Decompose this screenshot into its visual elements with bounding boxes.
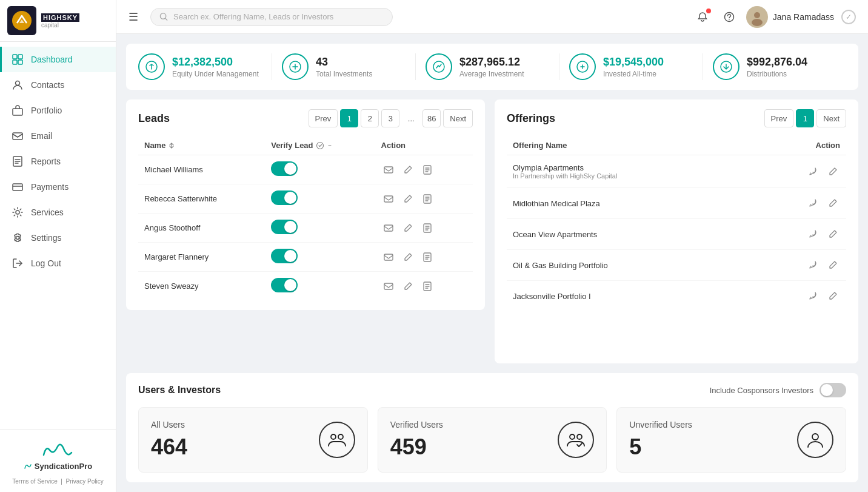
svg-point-21: [754, 12, 760, 18]
lead-document-icon[interactable]: [420, 250, 435, 265]
sidebar-item-logout[interactable]: Log Out: [0, 251, 116, 276]
lead-name: Margaret Flannery: [138, 243, 265, 272]
user-profile[interactable]: Jana Ramadass: [746, 6, 834, 28]
offering-edit-icon[interactable]: [826, 164, 840, 179]
terms-link[interactable]: Terms of Service: [12, 478, 57, 485]
offering-broadcast-icon[interactable]: [806, 289, 821, 303]
menu-icon[interactable]: ☰: [129, 10, 138, 24]
lead-email-icon[interactable]: [381, 221, 396, 235]
lead-edit-icon[interactable]: [401, 221, 415, 235]
services-icon: [12, 206, 24, 218]
leads-next-button[interactable]: Next: [443, 109, 473, 127]
invested-value: $19,545,000: [603, 56, 664, 69]
search-input[interactable]: [173, 12, 384, 21]
leads-card: Leads Prev 1 2 3 ... 86 Next: [126, 99, 485, 310]
lead-edit-icon[interactable]: [401, 279, 415, 294]
reports-icon: [12, 155, 24, 167]
lead-email-icon[interactable]: [381, 192, 396, 206]
lead-document-icon[interactable]: [420, 279, 435, 294]
notifications-button[interactable]: [693, 7, 712, 27]
verify-toggle-3[interactable]: [271, 249, 298, 263]
offering-name-cell: Midlothian Medical Plaza: [507, 188, 750, 219]
leads-page-1-button[interactable]: 1: [340, 109, 358, 127]
main-nav: Dashboard Contacts Portfolio Email: [0, 42, 116, 430]
sidebar-item-reports[interactable]: Reports: [0, 149, 116, 174]
offering-row: Jacksonville Portfolio I: [507, 281, 846, 312]
offerings-prev-button[interactable]: Prev: [764, 109, 794, 127]
lead-toggle[interactable]: [265, 214, 375, 243]
offering-edit-icon[interactable]: [826, 227, 840, 241]
all-users-value: 464: [151, 434, 187, 460]
cosponsors-label: Include Cosponsors Investors: [710, 386, 813, 395]
sidebar-item-dashboard[interactable]: Dashboard: [0, 47, 116, 72]
lead-toggle[interactable]: [265, 155, 375, 184]
leads-row: Rebecca Satterwhite: [138, 184, 473, 214]
svg-point-56: [570, 434, 575, 439]
leads-page-3-button[interactable]: 3: [381, 109, 399, 127]
offerings-page-1-button[interactable]: 1: [796, 109, 814, 127]
unverified-users-label: Unverified Users: [629, 420, 692, 430]
leads-prev-button[interactable]: Prev: [309, 109, 338, 127]
offering-name-cell: Jacksonville Portfolio I: [507, 281, 750, 312]
leads-col-action: Action: [375, 136, 473, 155]
lead-edit-icon[interactable]: [401, 163, 415, 177]
sidebar-item-services[interactable]: Services: [0, 200, 116, 225]
offering-broadcast-icon[interactable]: [806, 164, 821, 179]
offering-edit-icon[interactable]: [826, 258, 840, 272]
offering-row: Oil & Gas Building Portfolio: [507, 250, 846, 281]
email-icon: [12, 130, 24, 142]
payments-icon: [12, 181, 24, 193]
cosponsors-toggle[interactable]: Include Cosponsors Investors: [710, 383, 846, 397]
offering-edit-icon[interactable]: [826, 196, 840, 211]
lead-email-icon[interactable]: [381, 163, 396, 177]
svg-rect-6: [13, 109, 22, 115]
lead-document-icon[interactable]: [420, 192, 435, 206]
lead-edit-icon[interactable]: [401, 250, 415, 265]
offering-broadcast-icon[interactable]: [806, 227, 821, 241]
investments-label: Total Investments: [316, 70, 372, 78]
verified-users-label: Verified Users: [390, 420, 443, 430]
lead-document-icon[interactable]: [420, 221, 435, 235]
lead-email-icon[interactable]: [381, 250, 396, 265]
invested-label: Invested All-time: [603, 70, 664, 78]
sidebar-item-settings[interactable]: Settings: [0, 225, 116, 251]
offering-broadcast-icon[interactable]: [806, 258, 821, 272]
lead-edit-icon[interactable]: [401, 192, 415, 206]
search-bar[interactable]: [150, 8, 393, 26]
help-button[interactable]: [719, 7, 739, 27]
sidebar-item-contacts[interactable]: Contacts: [0, 72, 116, 98]
lead-email-icon[interactable]: [381, 279, 396, 294]
equity-value: $12,382,500: [172, 56, 259, 69]
verify-toggle-4[interactable]: [271, 278, 298, 292]
leads-row: Angus Stoothoff: [138, 214, 473, 243]
svg-rect-7: [13, 133, 22, 140]
leads-page-2-button[interactable]: 2: [361, 109, 379, 127]
lead-name: Angus Stoothoff: [138, 214, 265, 243]
equity-icon: [138, 53, 165, 80]
svg-point-19: [729, 19, 730, 20]
sidebar-item-portfolio[interactable]: Portfolio: [0, 98, 116, 123]
verify-toggle-0[interactable]: [271, 161, 298, 176]
stats-bar: $12,382,500 Equity Under Management 43 T…: [126, 44, 858, 90]
syndication-pro-icon: [40, 442, 76, 460]
svg-rect-29: [384, 167, 393, 173]
leads-panel: Leads Prev 1 2 3 ... 86 Next: [126, 99, 485, 363]
leads-page-86-button[interactable]: 86: [422, 109, 441, 127]
lead-actions: [375, 155, 473, 184]
offering-broadcast-icon[interactable]: [806, 196, 821, 211]
lead-toggle[interactable]: [265, 184, 375, 214]
cosponsors-toggle-switch[interactable]: [820, 383, 846, 397]
verify-toggle-2[interactable]: [271, 220, 298, 234]
svg-rect-39: [384, 225, 393, 231]
sidebar-item-payments[interactable]: Payments: [0, 174, 116, 200]
lead-toggle[interactable]: [265, 272, 375, 301]
lead-toggle[interactable]: [265, 243, 375, 272]
stat-distributions: $992,876.04 Distributions: [703, 53, 846, 80]
sidebar-item-label: Settings: [31, 233, 62, 243]
lead-document-icon[interactable]: [420, 163, 435, 177]
sidebar-item-email[interactable]: Email: [0, 123, 116, 149]
offerings-next-button[interactable]: Next: [816, 109, 846, 127]
verify-toggle-1[interactable]: [271, 190, 298, 205]
offering-edit-icon[interactable]: [826, 289, 840, 303]
privacy-link[interactable]: Privacy Policy: [65, 478, 103, 485]
